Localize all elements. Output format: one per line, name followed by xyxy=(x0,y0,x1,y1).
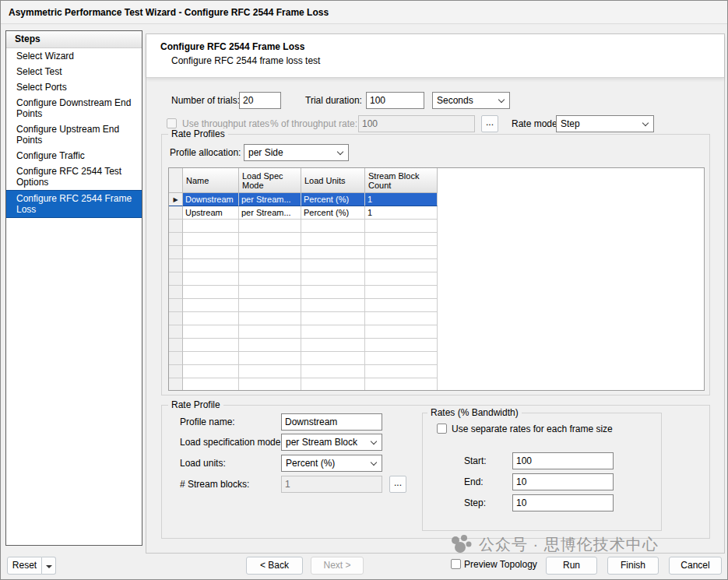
table-cell[interactable] xyxy=(365,259,438,272)
table-cell[interactable] xyxy=(239,233,301,246)
row-selector[interactable] xyxy=(169,339,183,352)
row-selector[interactable] xyxy=(169,365,183,378)
table-cell[interactable] xyxy=(301,352,365,365)
table-row[interactable] xyxy=(169,259,704,272)
table-cell[interactable] xyxy=(239,378,301,391)
table-row[interactable] xyxy=(169,378,704,391)
row-selector[interactable] xyxy=(169,378,183,391)
reset-button[interactable]: Reset xyxy=(7,557,42,575)
row-selector[interactable] xyxy=(169,272,183,286)
table-cell[interactable]: Percent (%) xyxy=(301,206,365,220)
column-header-load-spec-mode[interactable]: Load Spec Mode xyxy=(239,168,301,193)
table-row[interactable] xyxy=(169,220,704,233)
row-selector[interactable] xyxy=(169,206,183,220)
step-input[interactable] xyxy=(512,494,614,511)
row-selector[interactable] xyxy=(169,325,183,339)
sidebar-item[interactable]: Select Test xyxy=(6,64,142,79)
table-cell[interactable] xyxy=(365,325,438,339)
sidebar-item[interactable]: Configure Upstream End Points xyxy=(6,121,142,148)
table-cell[interactable] xyxy=(301,325,365,339)
table-row[interactable] xyxy=(169,352,704,365)
table-cell[interactable] xyxy=(365,233,438,246)
cancel-button[interactable]: Cancel xyxy=(669,557,722,575)
table-cell[interactable]: 1 xyxy=(365,193,438,206)
table-row[interactable] xyxy=(169,299,704,312)
table-cell[interactable] xyxy=(365,220,438,233)
table-row[interactable] xyxy=(169,339,704,352)
table-cell[interactable] xyxy=(365,286,438,299)
table-cell[interactable] xyxy=(365,299,438,312)
profile-name-input[interactable] xyxy=(281,413,382,431)
table-cell[interactable] xyxy=(301,378,365,391)
table-cell[interactable] xyxy=(365,378,438,391)
table-cell[interactable] xyxy=(301,299,365,312)
table-cell[interactable] xyxy=(183,299,239,312)
table-cell[interactable] xyxy=(239,312,301,325)
table-cell[interactable] xyxy=(183,286,239,299)
row-selector[interactable] xyxy=(169,352,183,365)
row-selector[interactable] xyxy=(169,259,183,272)
table-cell[interactable] xyxy=(301,259,365,272)
stream-blocks-browse-button[interactable]: ... xyxy=(389,476,406,493)
table-cell[interactable] xyxy=(365,339,438,352)
profile-allocation-select[interactable]: per Side xyxy=(244,144,349,161)
finish-button[interactable]: Finish xyxy=(607,557,659,575)
table-cell[interactable] xyxy=(365,352,438,365)
table-cell[interactable] xyxy=(183,365,239,378)
table-cell[interactable]: per Stream... xyxy=(239,206,301,220)
table-cell[interactable] xyxy=(239,220,301,233)
table-cell[interactable] xyxy=(239,246,301,259)
use-throughput-rates-checkbox[interactable] xyxy=(167,118,177,128)
table-cell[interactable] xyxy=(239,299,301,312)
run-button[interactable]: Run xyxy=(546,557,597,575)
preview-topology-checkbox[interactable] xyxy=(451,559,461,569)
table-cell[interactable] xyxy=(183,220,239,233)
table-cell[interactable] xyxy=(301,312,365,325)
table-cell[interactable] xyxy=(183,233,239,246)
table-cell[interactable] xyxy=(183,272,239,286)
table-row[interactable] xyxy=(169,233,704,246)
table-cell[interactable]: Percent (%) xyxy=(301,193,365,206)
row-selector[interactable] xyxy=(169,246,183,259)
sidebar-item[interactable]: Configure RFC 2544 Frame Loss xyxy=(6,190,142,218)
row-selector[interactable] xyxy=(169,286,183,299)
row-selector[interactable] xyxy=(169,299,183,312)
number-of-trials-input[interactable] xyxy=(239,92,281,109)
column-header-load-units[interactable]: Load Units xyxy=(301,168,365,193)
separate-rates-checkbox[interactable] xyxy=(437,424,447,434)
table-cell[interactable] xyxy=(183,259,239,272)
trial-duration-unit-select[interactable]: Seconds xyxy=(432,92,510,109)
table-cell[interactable] xyxy=(183,325,239,339)
table-cell[interactable] xyxy=(239,272,301,286)
table-cell[interactable] xyxy=(239,259,301,272)
sidebar-item[interactable]: Select Ports xyxy=(6,79,142,95)
row-selector[interactable] xyxy=(169,233,183,246)
pct-browse-button[interactable]: ... xyxy=(481,115,498,132)
table-cell[interactable] xyxy=(301,365,365,378)
table-cell[interactable] xyxy=(183,378,239,391)
table-row[interactable]: Upstreamper Stream...Percent (%)1 xyxy=(169,206,704,220)
table-cell[interactable] xyxy=(183,246,239,259)
table-row[interactable] xyxy=(169,286,704,299)
table-cell[interactable] xyxy=(301,246,365,259)
table-cell[interactable]: per Stream... xyxy=(239,193,301,206)
row-selector[interactable] xyxy=(169,220,183,233)
table-cell[interactable] xyxy=(365,246,438,259)
table-cell[interactable] xyxy=(239,325,301,339)
row-selector[interactable]: ▶ xyxy=(169,193,183,206)
load-spec-mode-select[interactable]: per Stream Block xyxy=(281,434,382,451)
table-cell[interactable] xyxy=(365,272,438,286)
table-cell[interactable] xyxy=(239,286,301,299)
table-cell[interactable] xyxy=(301,272,365,286)
table-cell[interactable] xyxy=(301,220,365,233)
table-cell[interactable] xyxy=(301,286,365,299)
table-cell[interactable] xyxy=(301,233,365,246)
table-cell[interactable]: Upstream xyxy=(183,206,239,220)
end-input[interactable] xyxy=(512,473,614,490)
row-selector[interactable] xyxy=(169,312,183,325)
rate-mode-select[interactable]: Step xyxy=(556,115,654,132)
table-row[interactable] xyxy=(169,325,704,339)
load-units-select[interactable]: Percent (%) xyxy=(281,455,382,472)
trial-duration-input[interactable] xyxy=(366,92,424,109)
table-cell[interactable] xyxy=(365,365,438,378)
